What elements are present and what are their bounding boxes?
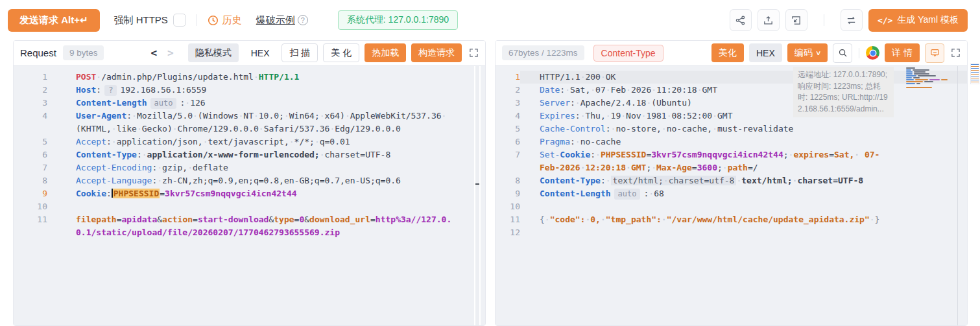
export-button[interactable] <box>758 9 780 31</box>
response-editor[interactable]: 1HTTP/1.1·200·OK2Date:·Sat,·07·Feb·2026·… <box>496 65 967 325</box>
comment-bubble-icon <box>930 48 940 58</box>
code-line: 6Content-Type:·application/x-www-form-ur… <box>14 148 485 161</box>
chevron-down-icon: ∨ <box>815 49 822 56</box>
line-number: 10 <box>14 200 47 213</box>
code-line: 11{·"code":·0,·"tmp_path":·"/var/www/htm… <box>496 213 967 226</box>
request-hex-button[interactable]: HEX <box>244 43 277 62</box>
line-content: Accept-Encoding:·gzip,·deflate <box>47 161 485 174</box>
content-type-badge[interactable]: Content-Type <box>593 45 663 62</box>
comment-button[interactable] <box>925 43 944 63</box>
line-number: 6 <box>496 135 520 148</box>
code-line: 2Date:·Sat,·07·Feb·2026·11:20:18·GMT <box>496 84 967 97</box>
line-number: 8 <box>14 174 47 187</box>
line-number: 6 <box>14 148 47 161</box>
history-button[interactable]: 历史 <box>208 14 242 27</box>
build-request-button[interactable]: 构造请求 <box>411 43 462 62</box>
line-content: filepath=apidata&action=start-download&t… <box>47 213 485 239</box>
question-circle-icon[interactable]: ? <box>298 15 308 25</box>
code-line: 4User-Agent:·Mozilla/5.0·(Windows·NT·10.… <box>14 110 485 135</box>
line-number: 5 <box>14 135 47 148</box>
line-content: Host:?192.168.56.1:6559 <box>47 84 485 97</box>
line-content: Server:·Apache/2.4.18·(Ubuntu) <box>520 97 967 110</box>
request-fullscreen-button[interactable] <box>469 48 479 58</box>
chrome-icon[interactable] <box>866 46 879 60</box>
minimap[interactable] <box>906 66 957 88</box>
code-line: 7Set-Cookie:·PHPSESSID=3kvr57csm9nqqvgci… <box>496 148 967 174</box>
request-panel-header: Request 9 bytes < > 隐私模式 HEX 扫 描 美 化 热加载… <box>14 41 485 65</box>
code-line: 6Pragma:·no-cache <box>496 135 967 148</box>
code-line: 11filepath=apidata&action=start-download… <box>14 213 485 239</box>
force-https-label: 强制 HTTPS <box>114 14 168 27</box>
code-icon: </> <box>878 16 892 25</box>
line-number: 1 <box>14 71 47 84</box>
line-number: 11 <box>14 213 47 239</box>
line-content <box>520 200 967 213</box>
share-button[interactable] <box>730 9 752 31</box>
response-scrollbar-track[interactable] <box>957 66 958 325</box>
toolbar-divider <box>824 14 824 26</box>
generate-yaml-label: 生成 Yaml 模板 <box>897 14 959 26</box>
privacy-mode-button[interactable]: 隐私模式 <box>188 43 239 62</box>
import-button[interactable] <box>785 9 807 31</box>
response-beautify-button[interactable]: 美化 <box>711 43 744 62</box>
line-content: POST·/admin.php/Plugins/update.html·HTTP… <box>47 71 485 84</box>
response-fullscreen-button[interactable] <box>951 48 961 58</box>
request-editor[interactable]: 1POST·/admin.php/Plugins/update.html·HTT… <box>14 65 485 325</box>
scan-button[interactable]: 扫 描 <box>281 43 318 62</box>
response-size-time-badge: 67bytes / 1223ms <box>502 45 584 60</box>
line-number: 8 <box>496 174 520 187</box>
code-line: 8Accept-Language:·zh-CN,zh;q=0.9,en;q=0.… <box>14 174 485 187</box>
line-content: Cookie:PHPSESSID=3kvr57csm9nqqvgci4icn42… <box>47 187 485 200</box>
scrollbar-marker <box>475 183 479 185</box>
force-https-checkbox[interactable] <box>173 14 186 27</box>
send-request-button[interactable]: 发送请求 Alt+↵ <box>8 9 100 32</box>
line-number: 4 <box>14 110 47 135</box>
search-button[interactable] <box>833 43 852 63</box>
request-panel: Request 9 bytes < > 隐私模式 HEX 扫 描 美 化 热加载… <box>13 40 486 326</box>
code-line: 8Content-Type:·text/html;·charset=utf-8·… <box>496 174 967 187</box>
request-beautify-button[interactable]: 美 化 <box>323 43 359 62</box>
line-number: 2 <box>14 84 47 97</box>
panels-container: Request 9 bytes < > 隐私模式 HEX 扫 描 美 化 热加载… <box>0 40 980 326</box>
prev-request-button[interactable]: < <box>150 47 157 59</box>
request-size-badge: 9 bytes <box>63 45 104 60</box>
line-content <box>47 200 485 213</box>
line-content: HTTP/1.1·200·OK <box>520 71 967 84</box>
line-content: User-Agent:·Mozilla/5.0·(Windows·NT·10.0… <box>47 110 485 135</box>
line-content: Content-Type:·text/html;·charset=utf-8·t… <box>520 174 967 187</box>
mini-code-preview <box>971 64 979 84</box>
code-line: 7Accept-Encoding:·gzip,·deflate <box>14 161 485 174</box>
line-content: Cache-Control:·no-store,·no-cache,·must-… <box>520 122 967 135</box>
line-number: 3 <box>14 97 47 110</box>
line-content <box>520 226 967 239</box>
detail-button[interactable]: 详 情 <box>885 43 920 62</box>
line-number: 4 <box>496 110 520 122</box>
request-scrollbar[interactable] <box>474 66 481 325</box>
encode-dropdown-button[interactable]: 编码 ∨ <box>787 43 828 62</box>
code-line: 9Cookie:PHPSESSID=3kvr57csm9nqqvgci4icn4… <box>14 187 485 200</box>
clock-icon <box>208 15 219 26</box>
header-divider <box>859 48 859 58</box>
generate-yaml-button[interactable]: </> 生成 Yaml 模板 <box>868 9 968 32</box>
code-line: 10 <box>14 200 485 213</box>
response-hex-button[interactable]: HEX <box>749 43 782 62</box>
line-content: Set-Cookie:·PHPSESSID=3kvr57csm9nqqvgci4… <box>520 148 967 174</box>
swap-button[interactable] <box>841 9 863 31</box>
import-icon <box>791 15 802 26</box>
search-icon <box>838 48 848 58</box>
blast-example-link[interactable]: 爆破示例 <box>256 14 295 27</box>
code-line: 3Server:·Apache/2.4.18·(Ubuntu) <box>496 97 967 110</box>
response-panel: 67bytes / 1223ms Content-Type 美化 HEX 编码 … <box>495 40 968 326</box>
force-https-group: 强制 HTTPS <box>114 14 186 27</box>
code-line: 10 <box>496 200 967 213</box>
top-toolbar: 发送请求 Alt+↵ 强制 HTTPS 历史 爆破示例 ? 系统代理: 127.… <box>0 0 980 40</box>
line-number: 1 <box>496 71 520 84</box>
hot-reload-button[interactable]: 热加载 <box>365 43 406 62</box>
line-number: 9 <box>496 187 520 200</box>
encode-label: 编码 <box>795 47 813 59</box>
line-content: Content-Type:·application/x-www-form-url… <box>47 148 485 161</box>
line-number: 7 <box>14 161 47 174</box>
line-number: 2 <box>496 84 520 97</box>
line-content: Accept-Language:·zh-CN,zh;q=0.9,en;q=0.8… <box>47 174 485 187</box>
next-request-button[interactable]: > <box>167 47 174 59</box>
